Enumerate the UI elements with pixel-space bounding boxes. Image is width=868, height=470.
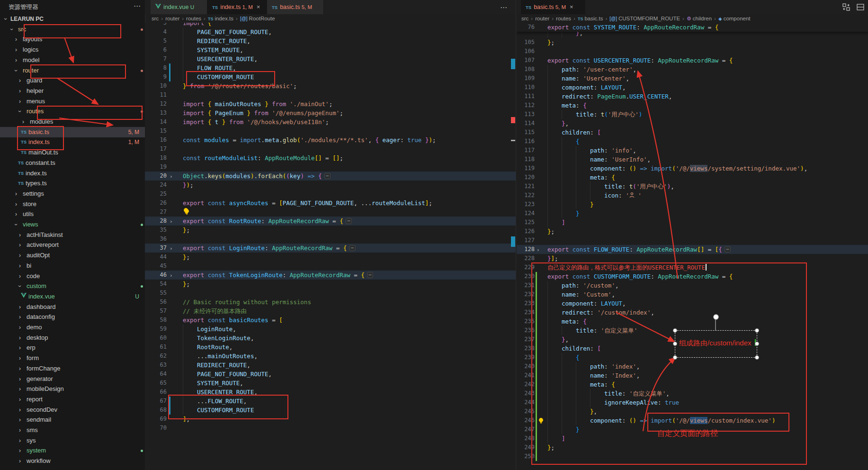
sidebar-item-secondDev[interactable]: ›secondDev <box>0 405 145 415</box>
code-line-right-230[interactable]: 230export const CUSTOMFORM_ROUTE: AppRou… <box>517 272 868 281</box>
code-line-middle-56[interactable]: 56// Basic routing without permissions <box>145 298 516 307</box>
code-line-middle-63[interactable]: 63REDIRECT_ROUTE, <box>145 361 516 370</box>
sidebar-item-custom[interactable]: ›custom <box>0 281 145 291</box>
code-line-right-clip[interactable]: }, <box>517 32 868 37</box>
code-line-right-250[interactable]: 250 <box>517 452 868 461</box>
code-line-right-127[interactable]: 127 <box>517 236 868 245</box>
code-line-middle-15[interactable]: 15 <box>145 127 516 136</box>
fold-chevron-icon[interactable]: › <box>170 244 173 253</box>
folded-code-icon[interactable]: ⋯ <box>725 246 731 253</box>
sidebar-item-dataconfig[interactable]: ›dataconfig <box>0 312 145 322</box>
code-line-middle-6[interactable]: 6SYSTEM_ROUTE, <box>145 45 516 54</box>
code-line-right-246[interactable]: 246component: () => import('/@/views/cus… <box>517 416 868 425</box>
code-line-right-242[interactable]: 242meta: { <box>517 380 868 389</box>
code-line-middle-26[interactable]: 26export const asyncRoutes = [PAGE_NOT_F… <box>145 199 516 208</box>
code-line-right-233[interactable]: 233component: LAYOUT, <box>517 299 868 308</box>
sidebar-item-demo[interactable]: ›demo <box>0 322 145 333</box>
code-line-middle-62[interactable]: 62...mainOutRoutes, <box>145 352 516 361</box>
code-line-right-125[interactable]: 125] <box>517 218 868 227</box>
code-line-right-121[interactable]: 121title: t('用户中心'), <box>517 182 868 191</box>
code-line-right-232[interactable]: 232name: 'Custom', <box>517 290 868 299</box>
code-line-right-249[interactable]: 249}; <box>517 443 868 452</box>
code-line-middle-12[interactable]: 12import { mainOutRoutes } from './mainO… <box>145 99 516 108</box>
code-line-right-235[interactable]: 235meta: { <box>517 317 868 326</box>
code-line-right-126[interactable]: 126}; <box>517 227 868 236</box>
code-line-right-245[interactable]: 245}, <box>517 407 868 416</box>
code-line-right-248[interactable]: 248] <box>517 434 868 443</box>
fold-chevron-icon[interactable]: › <box>170 217 173 226</box>
code-line-right-112[interactable]: 112meta: { <box>517 101 868 110</box>
folded-code-icon[interactable]: ⋯ <box>349 245 355 251</box>
sidebar-item-workflow[interactable]: ›workflow <box>0 456 145 466</box>
code-line-right-109[interactable]: 109name: 'UserCenter', <box>517 74 868 83</box>
code-line-middle-67[interactable]: 67...FLOW_ROUTE, <box>145 397 516 406</box>
breadcrumb-item[interactable]: src <box>152 16 159 21</box>
code-line-middle-4[interactable]: 4PAGE_NOT_FOUND_ROUTE, <box>145 27 516 36</box>
sidebar-item-basic-ts[interactable]: TSbasic.ts5, M <box>0 127 145 137</box>
sidebar-item-system[interactable]: ›system <box>0 445 145 456</box>
code-line-right-122[interactable]: 122icon: ' ' <box>517 191 868 200</box>
sidebar-item-index-ts[interactable]: TSindex.ts1, M <box>0 137 145 147</box>
sidebar-item-helper[interactable]: ›helper <box>0 86 145 96</box>
folded-code-icon[interactable]: ⋯ <box>367 272 373 278</box>
breadcrumb-item[interactable]: router <box>165 16 179 21</box>
code-line-right-108[interactable]: 108path: '/user-center', <box>517 65 868 74</box>
annotation-text-box[interactable]: 组成路由/custom/index <box>675 330 757 358</box>
rotation-handle[interactable] <box>713 314 719 320</box>
selection-handle[interactable] <box>755 342 759 346</box>
sidebar-item-store[interactable]: ›store <box>0 199 145 209</box>
tab-index-vue[interactable]: index.vue U <box>151 0 207 14</box>
selection-handle[interactable] <box>755 328 759 333</box>
code-line-middle-60[interactable]: 60TokenLoginRoute, <box>145 334 516 343</box>
sidebar-item-menus[interactable]: ›menus <box>0 96 145 107</box>
code-line-middle-61[interactable]: 61RootRoute, <box>145 343 516 352</box>
sidebar-item-router[interactable]: ›router <box>0 65 145 76</box>
breadcrumb-item[interactable]: src <box>521 16 528 21</box>
folded-code-icon[interactable]: ⋯ <box>346 218 352 224</box>
sidebar-item-LEARUN_PC[interactable]: ›LEARUN PC <box>0 14 145 24</box>
sidebar-item-sendmail[interactable]: ›sendmail <box>0 415 145 425</box>
code-line-right-117[interactable]: 117path: 'info', <box>517 146 868 155</box>
sidebar-item-utils[interactable]: ›utils <box>0 209 145 219</box>
code-line-middle-58[interactable]: 58export const basicRoutes = [ <box>145 316 516 325</box>
breadcrumb-item[interactable]: RootRoute <box>249 16 275 21</box>
folded-code-icon[interactable]: ⋯ <box>324 173 331 179</box>
code-line-middle-5[interactable]: 5REDIRECT_ROUTE, <box>145 36 516 45</box>
sidebar-item-bi[interactable]: ›bi <box>0 261 145 271</box>
code-line-middle-46[interactable]: 46›export const TokenLoginRoute: AppRout… <box>145 271 516 280</box>
sidebar-item-desktop[interactable]: ›desktop <box>0 333 145 343</box>
code-line-right-240[interactable]: 240path: 'index', <box>517 362 868 371</box>
code-line-right-113[interactable]: 113title: t('用户中心') <box>517 110 868 119</box>
sidebar-item-index-ts-2[interactable]: TSindex.ts <box>0 168 145 179</box>
breadcrumb-item[interactable]: routes <box>556 16 571 21</box>
sidebar-item-code[interactable]: ›code <box>0 271 145 281</box>
code-line-middle-11[interactable]: 11 <box>145 90 516 99</box>
sidebar-item-erp[interactable]: ›erp <box>0 343 145 353</box>
code-line-middle-28[interactable]: 28›export const RootRoute: AppRouteRecor… <box>145 217 516 226</box>
code-line-right-234[interactable]: 234redirect: '/custom/index', <box>517 308 868 317</box>
code-line-right-124[interactable]: 124} <box>517 209 868 218</box>
selection-handle[interactable] <box>755 355 759 360</box>
sidebar-item-form[interactable]: ›form <box>0 353 145 363</box>
sidebar-item-sms[interactable]: ›sms <box>0 425 145 435</box>
lightbulb-icon[interactable] <box>184 208 190 217</box>
code-line-right-119[interactable]: 119component: () => import('/@/views/sys… <box>517 164 868 173</box>
close-tab-icon[interactable]: × <box>257 3 260 10</box>
code-line-middle-16[interactable]: 16const modules = import.meta.glob('./mo… <box>145 136 516 145</box>
code-line-middle-54[interactable]: 54}; <box>145 280 516 289</box>
code-line-right-229[interactable]: 229自己定义的路由，格式可以参考上面的USERCENTER_ROUTE <box>517 263 868 272</box>
breadcrumb-item[interactable]: routes <box>186 16 201 21</box>
code-line-right-120[interactable]: 120meta: { <box>517 173 868 182</box>
code-line-right-241[interactable]: 241name: 'Index', <box>517 371 868 380</box>
sidebar-item-layouts[interactable]: ›layouts <box>0 34 145 45</box>
close-tab-icon[interactable]: × <box>570 3 573 10</box>
sidebar-item-guard[interactable]: ›guard <box>0 75 145 86</box>
sidebar-item-logics[interactable]: ›logics <box>0 45 145 55</box>
code-line-right-231[interactable]: 231path: '/custom', <box>517 281 868 290</box>
code-line-right-110[interactable]: 110component: LAYOUT, <box>517 83 868 92</box>
code-line-middle-8[interactable]: 8FLOW_ROUTE, <box>145 63 516 72</box>
editor-actions-icon[interactable]: ⋯ <box>500 3 508 12</box>
sidebar-item-mobileDesign[interactable]: ›mobileDesign <box>0 384 145 394</box>
code-line-right-105[interactable]: 105}; <box>517 38 868 47</box>
toggle-panel-icon[interactable] <box>856 3 865 11</box>
